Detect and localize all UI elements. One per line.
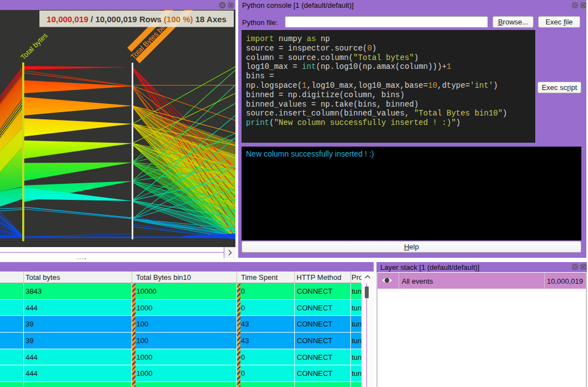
svg-text:10,000,019 / 10,000,019 Rows (: 10,000,019 / 10,000,019 Rows (100 %) 18 … <box>47 14 227 24</box>
